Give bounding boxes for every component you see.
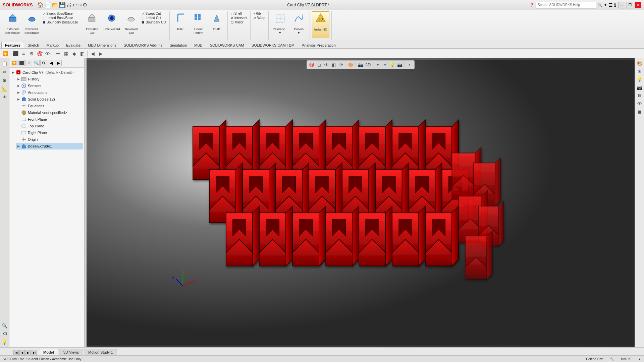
revolved-boss-button[interactable]: RevolvedBoss/Base	[22, 11, 41, 38]
tab-analysis-preparation[interactable]: Analysis Preparation	[298, 42, 339, 48]
tab-features[interactable]: Features	[1, 42, 24, 48]
expand-all-button[interactable]: ⬛	[18, 60, 25, 66]
extruded-boss-button[interactable]: ExtrudedBoss/Base	[3, 11, 22, 38]
boss-extrude1-item[interactable]: ▶ Boss-Extrude1	[16, 143, 83, 149]
filter-button[interactable]: 🔽	[11, 60, 17, 66]
filter-icon[interactable]: 🔽	[1, 50, 9, 57]
mirror-button[interactable]: ⬡ Mirror	[230, 20, 248, 24]
view-display-btn[interactable]: ◻	[316, 61, 322, 68]
rp-camera-btn[interactable]: 📷	[636, 84, 643, 91]
swept-boss-button[interactable]: ↗ Swept Boss/Base	[42, 11, 79, 16]
config-manager-icon[interactable]: ⚙	[28, 50, 35, 57]
snapshot-btn[interactable]: 📷	[357, 61, 364, 68]
explode-icon[interactable]: ◆	[70, 50, 78, 57]
feature-manager-icon[interactable]: ⬛	[12, 50, 19, 57]
material-item[interactable]: Material <not specified>	[16, 109, 83, 116]
intersect-button[interactable]: ✕ Intersect	[230, 16, 248, 20]
scene-btn[interactable]: ☀	[382, 61, 388, 68]
display-manager-icon[interactable]: 👁	[44, 50, 51, 57]
home-icon[interactable]: 🏠	[37, 2, 44, 8]
swept-cut-button[interactable]: ↗ Swept Cut	[141, 11, 167, 16]
tab-markup[interactable]: Markup	[43, 42, 63, 48]
lofted-cut-button[interactable]: ⬡ Lofted Cut	[141, 16, 167, 20]
motion-study-tab[interactable]: Motion Study 1	[84, 349, 117, 355]
3d-views-tab[interactable]: 3D Views	[59, 349, 83, 355]
annotations-item[interactable]: ▶ Annotations	[16, 89, 83, 96]
options-icon[interactable]: ⚙	[83, 2, 87, 8]
fillet-button[interactable]: Fillet	[172, 11, 189, 38]
settings-tree-button[interactable]: ⚙	[40, 60, 47, 66]
rp-realview-btn[interactable]: 👁	[636, 100, 643, 107]
sensors-item[interactable]: ▶ Sensors	[16, 82, 83, 89]
undo-icon[interactable]: ↩	[72, 2, 77, 8]
rp-lights-btn[interactable]: 💡	[636, 76, 643, 83]
draft-button[interactable]: Draft	[208, 11, 225, 38]
rib-button[interactable]: ▪ Rib	[253, 11, 266, 16]
rp-scene-btn[interactable]: ☀	[636, 68, 643, 75]
curves-button[interactable]: Curves▼	[290, 11, 308, 38]
rp-display-btn[interactable]: 🖥	[636, 92, 643, 99]
tab-evaluate[interactable]: Evaluate	[62, 42, 84, 48]
dim-expert-icon[interactable]: 🎯	[36, 50, 43, 57]
document-root-item[interactable]: ▶ P Card Clip V7 (Default<<Default>	[11, 69, 83, 76]
nav-left-icon[interactable]: ◀	[89, 50, 96, 57]
snap-icon[interactable]: ✛	[54, 50, 62, 57]
new-icon[interactable]: 📄	[44, 2, 51, 8]
collapse-all-button[interactable]: ≡	[25, 60, 32, 66]
view-rotate-btn[interactable]: ⟳	[338, 61, 344, 68]
save-icon[interactable]: 💾	[59, 2, 66, 8]
tab-nav-first[interactable]: |◀	[13, 350, 19, 355]
property-manager-strip-btn[interactable]: ✏	[1, 68, 9, 76]
units-arrow[interactable]: ▲	[638, 357, 641, 361]
close-button[interactable]: ✕	[635, 2, 641, 8]
search-options-icon[interactable]: ▼	[604, 3, 607, 7]
appearance-btn[interactable]: 🎨	[347, 61, 354, 68]
search-strip-btn[interactable]: 🔍	[1, 322, 9, 330]
search-tree-button[interactable]: 🔍	[33, 60, 40, 66]
tab-nav-last[interactable]: ▶|	[32, 350, 37, 355]
config-manager-strip-btn[interactable]: ⚙	[1, 76, 9, 84]
view-more-btn[interactable]: ▪	[406, 61, 413, 68]
view-hide-show-btn[interactable]: 👁	[323, 61, 330, 68]
reference-geometry-button[interactable]: Referenc...▼	[271, 11, 289, 38]
camera-btn[interactable]: 📷	[396, 61, 403, 68]
solid-bodies-item[interactable]: ▶ Solid Bodies(12)	[16, 96, 83, 103]
property-manager-icon[interactable]: ≡	[20, 50, 27, 57]
tab-nav-prev[interactable]: ◀	[19, 350, 25, 355]
help-circle-icon[interactable]: ℹ	[614, 2, 616, 8]
render-btn[interactable]: ✦	[374, 61, 381, 68]
window-controls[interactable]: — ❐ ✕	[619, 2, 641, 8]
nav-right-icon[interactable]: ▶	[97, 50, 104, 57]
linear-pattern-button[interactable]: LinearPattern	[190, 11, 207, 38]
dim-expert-strip-btn[interactable]: 📐	[1, 85, 9, 93]
shell-button[interactable]: ◻ Shell	[230, 11, 248, 16]
revolved-cut-button[interactable]: RevolvedCut	[122, 11, 140, 38]
3d-view-btn[interactable]: 3D	[365, 61, 371, 68]
quick-access-toolbar[interactable]: 🏠 📄 📂 💾 🖨 ↩ ↪ ⚙	[37, 2, 87, 8]
origin-item[interactable]: Origin	[16, 136, 83, 143]
smart-strip-btn[interactable]: 💡	[1, 338, 9, 346]
history-item[interactable]: ▶ History	[16, 76, 83, 82]
minimize-button[interactable]: —	[619, 2, 625, 8]
model-tab[interactable]: Model	[39, 349, 58, 355]
tab-nav-next[interactable]: ▶	[25, 350, 31, 355]
view-orientation-btn[interactable]: 🎯	[308, 61, 315, 68]
nav-next-button[interactable]: ▶	[55, 60, 62, 66]
rp-appearance-btn[interactable]: 🎨	[636, 60, 643, 67]
equations-item[interactable]: = Equations	[16, 103, 83, 109]
top-plane-item[interactable]: Top Plane	[16, 123, 83, 129]
nav-prev-button[interactable]: ◀	[48, 60, 54, 66]
tags-strip-btn[interactable]: 🏷	[1, 330, 9, 338]
print-icon[interactable]: 🖨	[66, 2, 72, 8]
manage-icon[interactable]: ☰	[608, 2, 613, 8]
tab-solidworks-addins[interactable]: SOLIDWORKS Add-Ins	[120, 42, 166, 48]
viewport[interactable]: 🎯 ◻ 👁 ◧ ⟳ 🎨 📷 3D ✦ ☀ 💡 📷 ▪	[87, 58, 635, 347]
instant3d-button[interactable]: 3D Instant3D	[312, 11, 330, 38]
open-icon[interactable]: 📂	[52, 2, 58, 8]
boundary-boss-button[interactable]: ⬢ Boundary Boss/Base	[42, 20, 79, 24]
tab-solidworks-cam[interactable]: SOLIDWORKS CAM	[206, 42, 248, 48]
hole-wizard-button[interactable]: Hole Wizard	[101, 11, 122, 38]
view-section-btn[interactable]: ◧	[330, 61, 337, 68]
right-plane-item[interactable]: Right Plane	[16, 129, 83, 136]
pattern-icon[interactable]: ▦	[62, 50, 70, 57]
